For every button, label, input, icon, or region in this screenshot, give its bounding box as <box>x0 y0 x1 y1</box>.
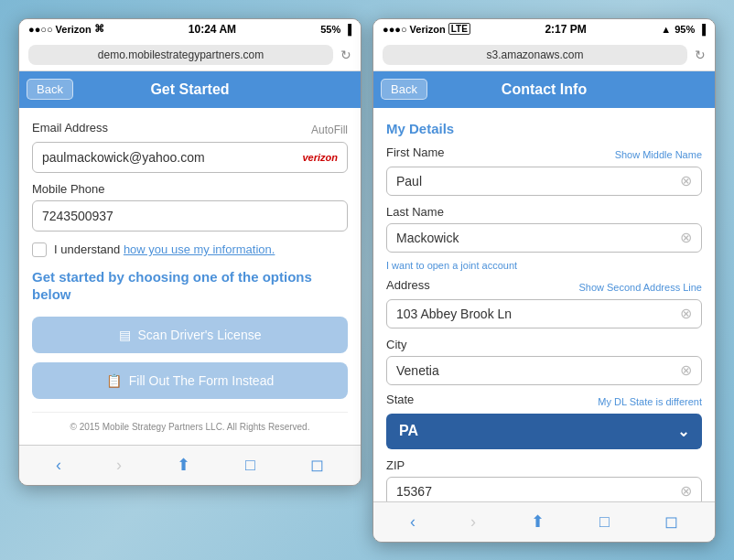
nav-bookmarks-btn-2[interactable]: □ <box>599 512 610 532</box>
url-input-2[interactable]: s3.amazonaws.com <box>383 45 687 65</box>
phone-2: ●●●○ Verizon LTE 2:17 PM ▲ 95% ▐ s3.amaz… <box>372 18 716 543</box>
nav-forward-btn-1[interactable]: › <box>116 456 122 475</box>
city-label: City <box>386 338 702 351</box>
content-1: Email Address AutoFill paulmackowick@yah… <box>19 108 361 445</box>
nav-title-1: Get Started <box>150 81 229 98</box>
first-name-input[interactable]: Paul ⊗ <box>386 167 702 196</box>
url-text-1: demo.mobilestrategypartners.com <box>98 48 264 61</box>
nav-bar-1: Back Get Started <box>19 71 361 108</box>
nav-back-btn-1[interactable]: ‹ <box>56 456 61 475</box>
last-name-value: Mackowick <box>396 231 459 245</box>
show-middle-name-link[interactable]: Show Middle Name <box>615 149 702 160</box>
back-button-1[interactable]: Back <box>27 79 73 100</box>
state-label: State <box>386 393 414 406</box>
autofill-row: Email Address AutoFill <box>32 121 348 139</box>
fill-icon: 📋 <box>106 373 122 388</box>
get-started-text: Get started by choosing one of the optio… <box>32 268 348 304</box>
battery-icon-1: ▐ <box>344 24 351 35</box>
time-1: 10:24 AM <box>189 23 236 36</box>
status-left-1: ●●○○ Verizon ⌘ <box>28 23 104 35</box>
address-label: Address <box>386 278 430 292</box>
address-row: Address Show Second Address Line <box>386 278 702 296</box>
first-name-clear[interactable]: ⊗ <box>680 174 692 188</box>
time-2: 2:17 PM <box>545 23 586 36</box>
city-clear[interactable]: ⊗ <box>680 363 692 378</box>
first-name-row: First Name Show Middle Name <box>386 145 702 164</box>
bottom-nav-2: ‹ › ⬆ □ ◻ <box>373 501 715 542</box>
battery-percent-1: 55% <box>320 24 340 35</box>
signal-dots-1: ●●○○ <box>28 24 53 35</box>
wifi-icon-1: ⌘ <box>94 23 104 35</box>
fill-label: Fill Out The Form Instead <box>129 373 274 388</box>
scan-label: Scan Driver's License <box>138 328 262 342</box>
first-name-label: First Name <box>386 145 445 159</box>
nav-share-btn-1[interactable]: ⬆ <box>177 455 190 475</box>
nav-title-2: Contact Info <box>502 81 587 98</box>
status-bar-1: ●●○○ Verizon ⌘ 10:24 AM 55% ▐ <box>19 19 361 39</box>
checkbox-row: I understand how you use my information. <box>32 242 348 257</box>
carrier-2: Verizon <box>410 24 446 35</box>
first-name-value: Paul <box>396 174 422 188</box>
url-text-2: s3.amazonaws.com <box>486 48 583 61</box>
url-bar-1: demo.mobilestrategypartners.com ↻ <box>19 39 361 71</box>
url-bar-2: s3.amazonaws.com ↻ <box>373 39 715 71</box>
refresh-btn-1[interactable]: ↻ <box>340 48 351 62</box>
footer-text: © 2015 Mobile Strategy Partners LLC. All… <box>32 412 348 432</box>
checkbox-label: I understand how you use my information. <box>54 242 275 256</box>
bottom-nav-1: ‹ › ⬆ □ ◻ <box>19 445 361 485</box>
network-badge-2: LTE <box>448 23 470 35</box>
nav-bar-2: Back Contact Info <box>373 71 715 108</box>
scan-license-button[interactable]: ▤ Scan Driver's License <box>32 317 348 353</box>
dl-state-link[interactable]: My DL State is different <box>598 396 702 407</box>
nav-share-btn-2[interactable]: ⬆ <box>531 512 545 532</box>
email-value: paulmackowick@yahoo.com <box>42 150 205 165</box>
last-name-clear[interactable]: ⊗ <box>680 231 692 245</box>
email-label: Email Address <box>32 121 108 135</box>
mobile-phone-value: 7243500937 <box>42 209 113 223</box>
address-input[interactable]: 103 Abbey Brook Ln ⊗ <box>386 299 702 328</box>
last-name-label: Last Name <box>386 205 702 219</box>
zip-clear[interactable]: ⊗ <box>680 484 692 499</box>
phone-1: ●●○○ Verizon ⌘ 10:24 AM 55% ▐ demo.mobil… <box>18 18 362 486</box>
signal-dots-2: ●●●○ <box>383 24 407 35</box>
nav-forward-btn-2[interactable]: › <box>470 512 476 532</box>
info-link[interactable]: how you use my information. <box>124 242 275 256</box>
city-value: Venetia <box>396 363 439 378</box>
section-title: My Details <box>386 121 702 136</box>
status-right-1: 55% ▐ <box>320 24 351 35</box>
state-row: State My DL State is different <box>386 393 702 411</box>
url-input-1[interactable]: demo.mobilestrategypartners.com <box>28 45 333 65</box>
location-icon-2: ▲ <box>661 24 671 35</box>
status-bar-2: ●●●○ Verizon LTE 2:17 PM ▲ 95% ▐ <box>373 19 715 39</box>
email-input[interactable]: paulmackowick@yahoo.com verizon <box>32 142 348 173</box>
status-right-2: ▲ 95% ▐ <box>661 24 706 35</box>
battery-percent-2: 95% <box>675 24 695 35</box>
zip-label: ZIP <box>386 458 702 472</box>
status-left-2: ●●●○ Verizon LTE <box>383 23 470 35</box>
zip-input[interactable]: 15367 ⊗ <box>386 477 702 501</box>
mobile-phone-label: Mobile Phone <box>32 182 348 196</box>
nav-back-btn-2[interactable]: ‹ <box>410 512 416 532</box>
city-input[interactable]: Venetia ⊗ <box>386 356 702 385</box>
back-button-2[interactable]: Back <box>381 79 427 100</box>
fill-form-button[interactable]: 📋 Fill Out The Form Instead <box>32 362 348 399</box>
joint-account-link[interactable]: I want to open a joint account <box>386 260 702 271</box>
zip-value: 15367 <box>396 484 432 499</box>
understand-checkbox[interactable] <box>32 242 47 257</box>
nav-bookmarks-btn-1[interactable]: □ <box>245 456 255 475</box>
state-select[interactable]: PA ⌄ <box>386 414 702 449</box>
scan-icon: ▤ <box>119 328 131 342</box>
address-value: 103 Abbey Brook Ln <box>396 307 512 321</box>
verizon-logo: verizon <box>302 152 338 163</box>
battery-icon-2: ▐ <box>698 24 706 35</box>
content-2: My Details First Name Show Middle Name P… <box>373 108 715 501</box>
mobile-phone-input[interactable]: 7243500937 <box>32 200 348 232</box>
address-clear[interactable]: ⊗ <box>680 307 692 321</box>
chevron-down-icon: ⌄ <box>677 423 689 440</box>
last-name-input[interactable]: Mackowick ⊗ <box>386 223 702 253</box>
second-address-link[interactable]: Show Second Address Line <box>578 282 702 293</box>
autofill-text[interactable]: AutoFill <box>311 124 348 136</box>
nav-tabs-btn-1[interactable]: ◻ <box>310 455 324 475</box>
nav-tabs-btn-2[interactable]: ◻ <box>664 512 678 532</box>
refresh-btn-2[interactable]: ↻ <box>695 48 706 62</box>
